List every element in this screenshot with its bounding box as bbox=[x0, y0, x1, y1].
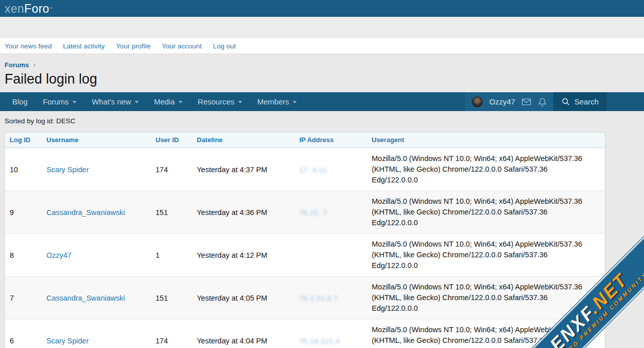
nav-item-blog[interactable]: Blog bbox=[5, 92, 35, 111]
column-header-ip[interactable]: IP Address bbox=[299, 136, 372, 144]
table-row: 10 Scary Spider 174 Yesterday at 4:37 PM… bbox=[5, 148, 605, 191]
username-link[interactable]: Cassandra_Swaniawski bbox=[46, 208, 125, 217]
cell-useragent: Mozilla/5.0 (Windows NT 10.0; Win64; x64… bbox=[372, 153, 605, 185]
cell-username: Cassandra_Swaniawski bbox=[46, 294, 156, 302]
column-header-user-id[interactable]: User ID bbox=[156, 136, 197, 144]
column-header-useragent[interactable]: Useragent bbox=[372, 136, 605, 144]
chevron-down-icon bbox=[293, 101, 297, 103]
username-link[interactable]: Scary Spider bbox=[46, 337, 89, 345]
username-link[interactable]: Cassandra_Swaniawski bbox=[46, 294, 125, 302]
nav-item-label: Media bbox=[154, 97, 175, 106]
cell-log-id: 7 bbox=[10, 294, 46, 302]
ip-link-redacted[interactable]: 17. 4.11. bbox=[299, 166, 329, 174]
breadcrumb-separator-icon: › bbox=[33, 61, 36, 69]
nav-item-resources[interactable]: Resources bbox=[190, 92, 250, 111]
cell-username: Scary Spider bbox=[46, 166, 156, 174]
page-title: Failed login log bbox=[0, 69, 644, 92]
nav-item-label: Resources bbox=[198, 97, 235, 106]
search-icon bbox=[561, 97, 570, 106]
table-row: 6 Scary Spider 174 Yesterday at 4:04 PM … bbox=[5, 319, 605, 348]
cell-dateline: Yesterday at 4:36 PM bbox=[197, 208, 299, 217]
nav-item-label: Blog bbox=[12, 97, 28, 106]
table-row: 9 Cassandra_Swaniawski 151 Yesterday at … bbox=[5, 191, 605, 233]
chevron-down-icon bbox=[72, 101, 76, 103]
cell-user-id: 151 bbox=[156, 294, 197, 302]
link-your-news-feed[interactable]: Your news feed bbox=[5, 42, 52, 50]
user-area: Ozzy47 bbox=[465, 92, 554, 111]
visitor-bar: Your news feed Latest activity Your prof… bbox=[0, 38, 644, 54]
cell-username: Cassandra_Swaniawski bbox=[46, 208, 156, 217]
cell-log-id: 10 bbox=[10, 166, 46, 174]
nav-item-whats-new[interactable]: What's new bbox=[84, 92, 146, 111]
cell-log-id: 9 bbox=[10, 208, 46, 217]
logo-trademark: ™ bbox=[49, 7, 54, 10]
nav-right: Ozzy47 bbox=[465, 92, 607, 111]
cell-username: Scary Spider bbox=[46, 337, 156, 345]
nav-item-label: Forums bbox=[43, 97, 69, 106]
cell-ip-redacted: 17. 4.11. bbox=[299, 166, 372, 174]
nav-item-label: Members bbox=[257, 97, 290, 106]
link-log-out[interactable]: Log out bbox=[213, 42, 236, 50]
bell-icon bbox=[538, 97, 547, 106]
cell-username: Ozzy47 bbox=[46, 251, 156, 259]
content: Sorted by log id: DESC Log ID Username U… bbox=[0, 117, 644, 348]
cell-user-id: 1 bbox=[156, 251, 197, 259]
nav-items: Blog Forums What's new Media Resources M… bbox=[0, 92, 304, 111]
link-your-account[interactable]: Your account bbox=[162, 42, 201, 50]
cell-ip-redacted: 76.2.51.5 7 bbox=[299, 294, 372, 302]
chevron-down-icon bbox=[135, 101, 139, 103]
chevron-down-icon bbox=[178, 101, 183, 103]
search-button[interactable]: Search bbox=[553, 92, 607, 111]
username-link[interactable]: Ozzy47 bbox=[46, 251, 71, 259]
sort-status: Sorted by log id: DESC bbox=[5, 117, 644, 125]
chevron-down-icon bbox=[238, 101, 242, 103]
logo-xen: xen bbox=[5, 2, 24, 15]
spacer-strip bbox=[0, 17, 644, 38]
cell-dateline: Yesterday at 4:12 PM bbox=[197, 251, 299, 259]
page: xenForo™ Your news feed Latest activity … bbox=[0, 0, 644, 348]
xenforo-logo[interactable]: xenForo™ bbox=[5, 2, 53, 15]
breadcrumb-forums[interactable]: Forums bbox=[5, 61, 29, 69]
table-header-row: Log ID Username User ID Dateline IP Addr… bbox=[5, 132, 605, 148]
failed-login-table: Log ID Username User ID Dateline IP Addr… bbox=[5, 132, 605, 348]
logo-foro: Foro bbox=[24, 2, 49, 15]
conversations-button[interactable] bbox=[522, 98, 531, 106]
search-label: Search bbox=[574, 97, 599, 106]
cell-user-id: 174 bbox=[156, 166, 197, 174]
cell-useragent: Mozilla/5.0 (Windows NT 10.0; Win64; x64… bbox=[372, 239, 605, 271]
breadcrumb: Forums › bbox=[0, 54, 644, 69]
cell-user-id: 151 bbox=[156, 208, 197, 217]
envelope-icon bbox=[522, 98, 531, 106]
link-your-profile[interactable]: Your profile bbox=[116, 42, 150, 50]
cell-user-id: 174 bbox=[156, 337, 197, 345]
ip-link-redacted[interactable]: 76.21. 7 bbox=[299, 209, 327, 217]
column-header-username[interactable]: Username bbox=[46, 136, 156, 144]
cell-ip-redacted: 76.21. 7 bbox=[299, 208, 372, 217]
table-row: 8 Ozzy47 1 Yesterday at 4:12 PM Mozilla/… bbox=[5, 233, 605, 276]
cell-dateline: Yesterday at 4:05 PM bbox=[197, 294, 299, 302]
nav-item-members[interactable]: Members bbox=[250, 92, 305, 111]
user-name[interactable]: Ozzy47 bbox=[490, 97, 516, 106]
main-navbar: Blog Forums What's new Media Resources M… bbox=[0, 92, 644, 111]
cell-useragent: Mozilla/5.0 (Windows NT 10.0; Win64; x64… bbox=[372, 196, 605, 228]
link-latest-activity[interactable]: Latest activity bbox=[63, 42, 105, 50]
cell-log-id: 6 bbox=[10, 337, 46, 345]
brand-header: xenForo™ bbox=[0, 0, 644, 17]
cell-useragent: Mozilla/5.0 (Windows NT 10.0; Win64; x64… bbox=[372, 282, 605, 314]
cell-dateline: Yesterday at 4:37 PM bbox=[197, 166, 299, 174]
username-link[interactable]: Scary Spider bbox=[46, 166, 89, 174]
cell-ip-redacted: 75.14.121.4 bbox=[299, 337, 372, 345]
column-header-log-id[interactable]: Log ID bbox=[10, 136, 46, 144]
cell-log-id: 8 bbox=[10, 251, 46, 259]
ip-link-redacted[interactable]: 76.2.51.5 7 bbox=[299, 295, 338, 302]
ip-link-redacted[interactable]: 75.14.121.4 bbox=[299, 337, 340, 345]
column-header-dateline[interactable]: Dateline bbox=[197, 136, 299, 144]
nav-item-label: What's new bbox=[92, 97, 131, 106]
alerts-button[interactable] bbox=[538, 97, 547, 106]
nav-item-forums[interactable]: Forums bbox=[35, 92, 84, 111]
table-row: 7 Cassandra_Swaniawski 151 Yesterday at … bbox=[5, 276, 605, 319]
avatar[interactable] bbox=[472, 96, 483, 108]
cell-dateline: Yesterday at 4:04 PM bbox=[197, 337, 299, 345]
nav-item-media[interactable]: Media bbox=[146, 92, 190, 111]
